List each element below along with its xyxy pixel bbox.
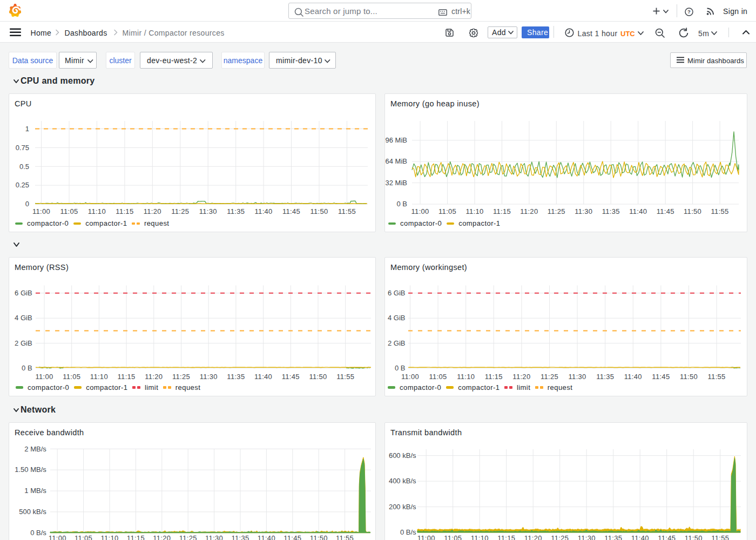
svg-text:11:05: 11:05: [444, 534, 462, 540]
svg-text:11:45: 11:45: [282, 373, 300, 381]
svg-text:1.50 MB/s: 1.50 MB/s: [15, 465, 46, 474]
svg-text:11:10: 11:10: [90, 373, 108, 381]
svg-text:11:05: 11:05: [438, 207, 456, 215]
svg-text:11:55: 11:55: [711, 534, 729, 540]
svg-text:2 GiB: 2 GiB: [388, 339, 406, 347]
svg-text:11:10: 11:10: [100, 534, 118, 540]
svg-text:11:30: 11:30: [205, 534, 223, 540]
svg-text:11:35: 11:35: [602, 207, 620, 215]
svg-text:0 B/s: 0 B/s: [400, 528, 416, 536]
svg-text:400 kB/s: 400 kB/s: [389, 477, 416, 485]
svg-text:4 GiB: 4 GiB: [15, 314, 32, 322]
svg-text:11:30: 11:30: [199, 207, 217, 215]
svg-text:0 B/s: 0 B/s: [30, 529, 46, 537]
svg-text:11:50: 11:50: [685, 534, 703, 540]
svg-text:11:55: 11:55: [336, 534, 354, 540]
svg-text:11:15: 11:15: [116, 207, 133, 215]
svg-text:11:25: 11:25: [548, 207, 565, 215]
svg-text:11:40: 11:40: [631, 534, 649, 540]
svg-text:11:45: 11:45: [657, 207, 674, 215]
svg-text:11:30: 11:30: [569, 373, 586, 381]
svg-text:96 MiB: 96 MiB: [386, 136, 407, 144]
svg-text:11:30: 11:30: [200, 373, 218, 381]
svg-text:11:10: 11:10: [465, 207, 483, 215]
svg-text:11:15: 11:15: [485, 373, 503, 381]
svg-text:11:40: 11:40: [629, 207, 647, 215]
svg-text:11:05: 11:05: [63, 373, 80, 381]
svg-text:11:40: 11:40: [255, 207, 273, 215]
svg-text:11:20: 11:20: [153, 534, 171, 540]
svg-text:11:15: 11:15: [493, 207, 511, 215]
svg-text:11:00: 11:00: [417, 534, 435, 540]
svg-text:11:00: 11:00: [411, 207, 429, 215]
svg-text:6 GiB: 6 GiB: [388, 289, 406, 297]
svg-text:11:25: 11:25: [171, 207, 189, 215]
svg-text:600 kB/s: 600 kB/s: [389, 451, 416, 460]
svg-text:11:55: 11:55: [708, 373, 726, 381]
svg-text:11:35: 11:35: [227, 373, 245, 381]
svg-text:11:00: 11:00: [49, 534, 66, 540]
svg-text:11:05: 11:05: [60, 207, 78, 215]
svg-text:11:05: 11:05: [429, 373, 447, 381]
svg-text:11:00: 11:00: [35, 373, 53, 381]
svg-text:4 GiB: 4 GiB: [388, 314, 406, 322]
svg-text:11:50: 11:50: [309, 373, 327, 381]
svg-text:11:45: 11:45: [284, 534, 301, 540]
svg-text:2 GiB: 2 GiB: [15, 339, 32, 347]
svg-text:11:45: 11:45: [282, 207, 300, 215]
svg-text:1: 1: [25, 125, 29, 133]
svg-text:11:55: 11:55: [336, 373, 354, 381]
svg-text:11:30: 11:30: [578, 534, 596, 540]
svg-text:11:50: 11:50: [310, 207, 328, 215]
svg-text:11:10: 11:10: [457, 373, 475, 381]
svg-text:11:45: 11:45: [658, 534, 676, 540]
svg-text:1 MB/s: 1 MB/s: [24, 487, 46, 495]
svg-text:11:45: 11:45: [652, 373, 670, 381]
svg-text:11:15: 11:15: [497, 534, 515, 540]
svg-text:11:30: 11:30: [575, 207, 592, 215]
svg-text:64 MiB: 64 MiB: [386, 157, 407, 165]
svg-text:11:05: 11:05: [75, 534, 92, 540]
svg-text:?: ?: [687, 9, 691, 15]
svg-text:11:20: 11:20: [520, 207, 538, 215]
svg-text:11:00: 11:00: [401, 373, 419, 381]
svg-text:11:50: 11:50: [684, 207, 701, 215]
svg-text:11:20: 11:20: [512, 373, 530, 381]
svg-text:0.5: 0.5: [19, 163, 29, 171]
svg-text:0 B: 0 B: [396, 200, 407, 208]
svg-text:32 MiB: 32 MiB: [386, 179, 407, 187]
svg-text:11:55: 11:55: [711, 207, 729, 215]
svg-text:11:35: 11:35: [596, 373, 614, 381]
svg-text:11:40: 11:40: [258, 534, 275, 540]
svg-text:11:20: 11:20: [524, 534, 542, 540]
svg-text:200 kB/s: 200 kB/s: [389, 503, 416, 511]
svg-text:11:20: 11:20: [144, 207, 161, 215]
svg-text:11:15: 11:15: [118, 373, 136, 381]
svg-text:0.75: 0.75: [16, 144, 29, 152]
svg-text:11:10: 11:10: [471, 534, 489, 540]
svg-text:11:25: 11:25: [179, 534, 197, 540]
svg-text:500 kB/s: 500 kB/s: [19, 508, 46, 516]
svg-text:0 B: 0 B: [22, 364, 32, 372]
svg-text:11:00: 11:00: [32, 207, 50, 215]
svg-text:11:25: 11:25: [541, 373, 558, 381]
svg-text:11:10: 11:10: [88, 207, 106, 215]
svg-text:11:35: 11:35: [231, 534, 249, 540]
svg-text:11:40: 11:40: [624, 373, 642, 381]
svg-text:11:20: 11:20: [145, 373, 163, 381]
svg-text:2 MB/s: 2 MB/s: [24, 445, 46, 453]
svg-text:11:35: 11:35: [227, 207, 245, 215]
svg-text:11:15: 11:15: [127, 534, 145, 540]
svg-text:0 B: 0 B: [395, 364, 406, 372]
svg-text:11:25: 11:25: [172, 373, 190, 381]
svg-text:11:25: 11:25: [551, 534, 569, 540]
svg-text:11:35: 11:35: [604, 534, 622, 540]
svg-text:11:50: 11:50: [310, 534, 328, 540]
svg-text:0.25: 0.25: [16, 181, 29, 189]
svg-text:11:55: 11:55: [338, 207, 356, 215]
svg-text:11:50: 11:50: [680, 373, 698, 381]
svg-text:0: 0: [25, 200, 29, 208]
svg-text:11:40: 11:40: [254, 373, 272, 381]
svg-text:6 GiB: 6 GiB: [15, 289, 32, 297]
